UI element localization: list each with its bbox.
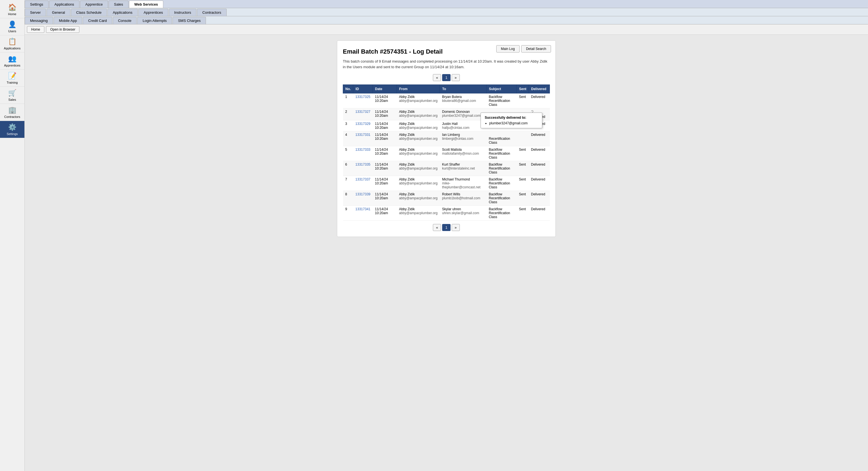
tab-mobile-app[interactable]: Mobile App	[54, 17, 82, 24]
tab-applications2[interactable]: Applications	[107, 9, 138, 16]
tab-console[interactable]: Console	[113, 17, 137, 24]
main-log-button[interactable]: Main Log	[496, 45, 520, 53]
col-id: ID	[353, 85, 373, 93]
id-link[interactable]: 13317329	[355, 122, 370, 126]
table-row: 2 13317327 11/14/24 10:20am Abby Zidikab…	[343, 108, 550, 120]
tab-sms-charges[interactable]: SMS Charges	[173, 17, 206, 24]
id-link[interactable]: 13317333	[355, 148, 370, 152]
tab-server[interactable]: Server	[25, 9, 46, 16]
row-subject: BackflowRecertification Class	[487, 161, 517, 176]
row-from: Abby Zidikabby@ampacplumber.org	[397, 120, 440, 131]
row-id: 13317337	[353, 176, 373, 191]
tab-login-attempts[interactable]: Login Attempts	[137, 17, 172, 24]
pagination-top: « 1 »	[343, 74, 550, 81]
home-icon: 🏠	[8, 3, 17, 11]
tab-credit-card[interactable]: Credit Card	[83, 17, 112, 24]
tab-web-services[interactable]: Web Services	[129, 1, 163, 8]
row-no: 5	[343, 146, 353, 161]
id-link[interactable]: 13317331	[355, 133, 370, 137]
current-page-button-bottom[interactable]: 1	[442, 224, 450, 231]
delivered-cell: Delivered	[529, 176, 550, 191]
nav-row-3: Messaging Mobile App Credit Card Console…	[25, 16, 868, 24]
col-date: Date	[373, 85, 397, 93]
sidebar-item-users[interactable]: 👤 Users	[0, 18, 24, 35]
delivered-cell: Delivered	[529, 146, 550, 161]
row-subject: BackflowRecertification Class	[487, 93, 517, 108]
sidebar-item-contractors[interactable]: 🏢 Contractors	[0, 104, 24, 121]
row-to: Scott Mattolamattolafamily@msn.com	[440, 146, 487, 161]
row-sent: Sent	[517, 93, 529, 108]
sidebar-label-contractors: Contractors	[4, 115, 20, 118]
row-no: 8	[343, 191, 353, 206]
sidebar-label-apprentices: Apprentices	[4, 64, 20, 67]
row-from: Abby Zidikabby@ampacplumber.org	[397, 176, 440, 191]
sidebar-label-users: Users	[8, 29, 16, 33]
row-subject: BackflowRecertification Class	[487, 206, 517, 220]
detail-search-button[interactable]: Detail Search	[521, 45, 551, 53]
tab-messaging[interactable]: Messaging	[25, 17, 53, 24]
sidebar-item-settings[interactable]: ⚙️ Settings	[0, 121, 24, 138]
card-actions: Main Log Detail Search	[496, 45, 551, 53]
row-id: 13317331	[353, 131, 373, 146]
tab-class-schedule[interactable]: Class Schedule	[71, 9, 107, 16]
row-no: 7	[343, 176, 353, 191]
tab-contractors[interactable]: Contractors	[197, 9, 226, 16]
row-from: Abby Zidikabby@ampacplumber.org	[397, 108, 440, 120]
row-no: 1	[343, 93, 353, 108]
sidebar-item-sales[interactable]: 🛒 Sales	[0, 87, 24, 104]
delivered-cell: ? Successfully delivered to: plumber3247…	[529, 108, 550, 120]
id-link[interactable]: 13317339	[355, 192, 370, 196]
sidebar-item-applications[interactable]: 📋 Applications	[0, 35, 24, 53]
col-delivered: Delivered	[529, 85, 550, 93]
sidebar-item-home[interactable]: 🏠 Home	[0, 1, 24, 18]
open-browser-button[interactable]: Open in Browser	[46, 26, 80, 33]
current-page-button-top[interactable]: 1	[442, 74, 450, 81]
table-row: 9 13317341 11/14/24 10:20am Abby Zidikab…	[343, 206, 550, 220]
id-link[interactable]: 13317327	[355, 110, 370, 114]
row-to: Michael Thurmondmike-theplumber@comcast.…	[440, 176, 487, 191]
row-id: 13317341	[353, 206, 373, 220]
tab-instructors[interactable]: Instructors	[169, 9, 197, 16]
table-row: 6 13317335 11/14/24 10:20am Abby Zidikab…	[343, 161, 550, 176]
table-row: 7 13317337 11/14/24 10:20am Abby Zidikab…	[343, 176, 550, 191]
row-to: Domenic Donovanplumber3247@gmail.com	[440, 108, 487, 120]
row-no: 2	[343, 108, 353, 120]
row-subject: BackflowRecertification Class	[487, 176, 517, 191]
col-to: To	[440, 85, 487, 93]
id-link[interactable]: 13317337	[355, 177, 370, 181]
apprentices-icon: 👥	[8, 55, 17, 63]
next-page-button-bottom[interactable]: »	[452, 224, 460, 231]
tab-settings[interactable]: Settings	[25, 1, 49, 8]
id-link[interactable]: 13317335	[355, 163, 370, 167]
row-to: Bryan Buterabbutera86@gmail.com	[440, 93, 487, 108]
prev-page-button-bottom[interactable]: «	[433, 224, 441, 231]
col-subject: Subject	[487, 85, 517, 93]
sidebar-item-training[interactable]: 📝 Training	[0, 69, 24, 87]
id-link[interactable]: 13317341	[355, 207, 370, 211]
sidebar-item-apprentices[interactable]: 👥 Apprentices	[0, 53, 24, 69]
email-table: No. ID Date From To Subject Sent Deliver…	[343, 85, 550, 220]
row-date: 11/14/24 10:20am	[373, 93, 397, 108]
tooltip-title: Successfully delivered to:	[485, 116, 538, 120]
users-icon: 👤	[8, 21, 17, 28]
row-sent: Sent	[517, 191, 529, 206]
row-id: 13317335	[353, 161, 373, 176]
toolbar: Home Open in Browser	[25, 24, 868, 35]
home-button[interactable]: Home	[27, 26, 44, 33]
tooltip-container[interactable]: ? Successfully delivered to: plumber3247…	[531, 110, 534, 115]
training-icon: 📝	[8, 72, 17, 80]
tab-general[interactable]: General	[46, 9, 70, 16]
tab-sales[interactable]: Sales	[108, 1, 128, 8]
sidebar-label-settings: Settings	[7, 132, 18, 136]
row-sent	[517, 131, 529, 146]
row-date: 11/14/24 10:20am	[373, 176, 397, 191]
tab-applications[interactable]: Applications	[49, 1, 80, 8]
id-link[interactable]: 13317325	[355, 95, 370, 99]
row-sent: Sent	[517, 206, 529, 220]
tab-apprentice[interactable]: Apprentice	[80, 1, 108, 8]
next-page-button-top[interactable]: »	[452, 74, 460, 81]
delivered-cell: Delivered	[529, 206, 550, 220]
table-row: 5 13317333 11/14/24 10:20am Abby Zidikab…	[343, 146, 550, 161]
prev-page-button-top[interactable]: «	[433, 74, 441, 81]
tab-apprentices2[interactable]: Apprentices	[138, 9, 168, 16]
